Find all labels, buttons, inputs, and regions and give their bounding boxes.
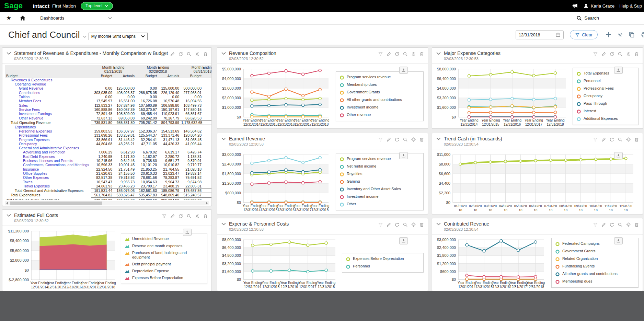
row-label[interactable]: Operating Revenue [5, 82, 91, 86]
edit-icon[interactable] [386, 51, 391, 57]
collapse-chevron-icon[interactable] [221, 222, 226, 226]
row-label[interactable]: Other Expenses [5, 175, 91, 180]
collapse-chevron-icon[interactable] [221, 137, 226, 140]
settings-icon[interactable] [618, 32, 623, 37]
scroll-right-icon[interactable] [206, 202, 208, 205]
legend-item[interactable]: Net rental income [340, 164, 420, 169]
filter-icon[interactable] [378, 51, 383, 57]
filter-icon[interactable] [593, 222, 598, 227]
collapse-chevron-icon[interactable] [436, 222, 441, 226]
filter-icon[interactable] [162, 214, 167, 219]
zoom-icon[interactable] [403, 51, 408, 57]
zoom-icon[interactable] [186, 214, 192, 219]
settings-icon[interactable] [626, 51, 631, 57]
add-icon[interactable] [605, 32, 612, 38]
legend-item[interactable]: Government Grants [555, 249, 635, 254]
legend-item[interactable]: Total Expenses [576, 71, 635, 76]
filter-icon[interactable] [593, 51, 598, 57]
legend-item[interactable]: Membership dues [340, 82, 420, 88]
row-label[interactable]: Taxes [5, 180, 91, 184]
legend-item[interactable]: Other revenue [340, 113, 420, 118]
row-label[interactable]: Bad Debt Expenses [5, 154, 91, 159]
favorites-star-icon[interactable]: ★ [6, 15, 11, 21]
delete-icon[interactable] [419, 222, 424, 227]
legend-item[interactable]: All other grants and contributions [555, 272, 635, 277]
legend-item[interactable]: Depreciation Expense [125, 269, 204, 273]
row-label[interactable]: Sales [5, 103, 91, 107]
edit-icon[interactable] [170, 51, 175, 57]
settings-icon[interactable] [626, 222, 631, 227]
refresh-icon[interactable] [178, 214, 183, 219]
download-icon[interactable] [614, 152, 623, 159]
legend-item[interactable]: Program services revenue [340, 75, 420, 80]
settings-icon[interactable] [411, 51, 416, 57]
row-label[interactable]: Travel Expenses [5, 184, 91, 188]
row-label[interactable]: Other Revenue [5, 116, 91, 121]
report-date-input[interactable]: 12/31/2018 [516, 30, 564, 39]
download-icon[interactable] [399, 152, 408, 159]
legend-item[interactable]: Inventory and Other Asset Sales [340, 187, 420, 192]
user-menu[interactable]: Karla Grace [583, 3, 614, 9]
settings-icon[interactable] [411, 222, 416, 227]
refresh-icon[interactable] [609, 222, 614, 227]
edit-icon[interactable] [170, 214, 175, 219]
delete-icon[interactable] [419, 51, 424, 57]
zoom-icon[interactable] [403, 222, 408, 227]
row-label[interactable]: Occupancy [5, 142, 91, 146]
delete-icon[interactable] [203, 51, 208, 57]
legend-item[interactable]: Other [340, 202, 420, 207]
legend-item[interactable]: Related Organization [555, 256, 635, 262]
delete-icon[interactable] [634, 51, 639, 57]
zoom-icon[interactable] [403, 137, 408, 142]
legend-item[interactable]: Interest [576, 109, 635, 114]
legend-item[interactable]: Royalties [340, 172, 420, 177]
calendar-icon[interactable] [555, 32, 561, 37]
edit-icon[interactable] [386, 137, 391, 142]
legend-item[interactable]: Unrestricted Revenue [125, 237, 204, 241]
filter-icon[interactable] [162, 51, 167, 57]
download-icon[interactable] [399, 237, 408, 244]
legend-item[interactable]: Pass Through [576, 101, 635, 106]
settings-icon[interactable] [195, 214, 200, 219]
search-button[interactable]: Search [576, 15, 599, 21]
settings-icon[interactable] [626, 137, 631, 142]
clear-filter-button[interactable]: Clear [570, 30, 598, 39]
zoom-icon[interactable] [618, 137, 623, 142]
entity-selector[interactable]: Top level [81, 2, 113, 10]
legend-item[interactable]: Membership dues [555, 279, 635, 284]
row-label[interactable]: Conferences, Conventions, and Meetings [5, 163, 91, 167]
collapse-chevron-icon[interactable] [436, 52, 441, 55]
legend-item[interactable]: Debt principal payment [125, 262, 204, 266]
copy-icon[interactable] [629, 32, 635, 38]
row-label[interactable]: Investment Earnings [5, 112, 91, 116]
collapse-chevron-icon[interactable] [7, 52, 11, 55]
announcements-icon[interactable] [572, 3, 578, 9]
refresh-icon[interactable] [394, 222, 400, 227]
row-label[interactable]: Insurance [5, 167, 91, 171]
print-icon[interactable] [641, 32, 644, 38]
download-icon[interactable] [399, 67, 408, 74]
download-icon[interactable] [614, 67, 623, 74]
horizontal-scrollbar[interactable] [5, 201, 209, 205]
row-label[interactable]: General and Administrative Expenses [5, 146, 91, 150]
dashboards-menu[interactable]: Dashboards [40, 15, 112, 21]
collapse-chevron-icon[interactable] [436, 137, 441, 140]
zoom-icon[interactable] [618, 222, 623, 227]
refresh-icon[interactable] [394, 51, 400, 57]
legend-item[interactable]: All other grants and contributions [340, 98, 420, 103]
row-label[interactable]: Professional Fees [5, 133, 91, 137]
home-icon[interactable] [20, 15, 26, 21]
row-label[interactable]: Advertising and Promotion [5, 150, 91, 154]
settings-icon[interactable] [411, 137, 416, 142]
legend-item[interactable]: Personnel [576, 79, 635, 84]
zoom-icon[interactable] [186, 51, 192, 57]
legend-item[interactable]: Occupancy [576, 94, 635, 99]
filter-icon[interactable] [378, 222, 383, 227]
edit-icon[interactable] [601, 51, 606, 57]
legend-item[interactable]: Investment income [340, 105, 420, 110]
legend-item[interactable]: Additional Expenses [576, 116, 635, 122]
row-label[interactable]: Personnel Expenses [5, 129, 91, 133]
legend-item[interactable]: Federated Campaigns [555, 241, 635, 247]
row-label[interactable]: Tuition [5, 95, 91, 99]
dashboard-view-select[interactable]: My Income Stmt Graphs [89, 33, 148, 40]
